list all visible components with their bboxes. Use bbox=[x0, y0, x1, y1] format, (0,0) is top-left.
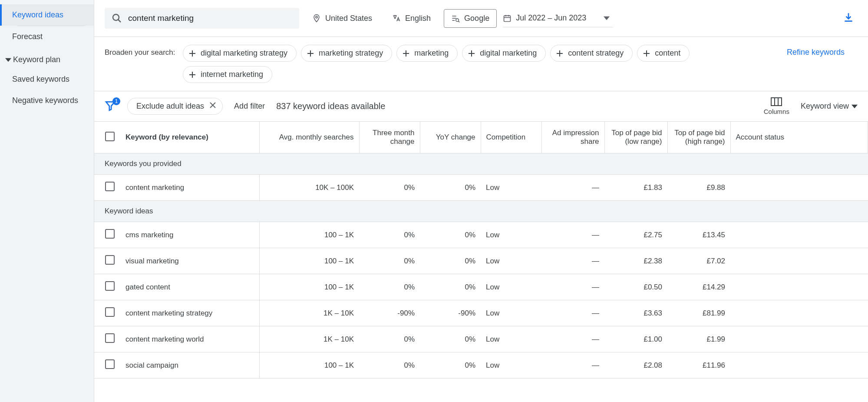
keyword-view-dropdown[interactable]: Keyword view bbox=[801, 102, 858, 111]
cell-competition: Low bbox=[481, 222, 541, 248]
cell-bid-high: £14.29 bbox=[667, 274, 730, 300]
plus-icon bbox=[468, 50, 475, 57]
remove-filter-button[interactable] bbox=[209, 102, 216, 111]
col-yoy[interactable]: YoY change bbox=[420, 122, 481, 153]
close-icon bbox=[209, 102, 216, 109]
cell-yoy: -90% bbox=[420, 300, 481, 326]
caret-down-icon bbox=[604, 15, 610, 21]
cell-account-status bbox=[730, 222, 868, 248]
add-filter-button[interactable]: Add filter bbox=[234, 102, 265, 111]
row-checkbox[interactable] bbox=[105, 281, 115, 291]
col-account-status[interactable]: Account status bbox=[730, 122, 868, 153]
col-three-month[interactable]: Three month change bbox=[359, 122, 420, 153]
broaden-chip[interactable]: marketing bbox=[396, 45, 458, 62]
col-searches[interactable]: Avg. monthly searches bbox=[259, 122, 359, 153]
caret-down-icon bbox=[5, 57, 11, 63]
columns-icon bbox=[771, 97, 782, 106]
chip-label: digital marketing bbox=[480, 49, 537, 58]
download-icon bbox=[843, 12, 854, 23]
cell-searches: 100 – 1K bbox=[259, 222, 359, 248]
section-label: Keywords you provided bbox=[94, 153, 868, 175]
cell-bid-low: £1.00 bbox=[604, 326, 667, 352]
plus-icon bbox=[307, 50, 314, 57]
date-range-button[interactable]: Jul 2022 – Jun 2023 bbox=[503, 9, 613, 27]
table-section-row: Keywords you provided bbox=[94, 153, 868, 175]
network-button[interactable]: Google bbox=[444, 9, 497, 28]
filter-button[interactable]: 1 bbox=[105, 100, 116, 113]
cell-keyword[interactable]: social campaign bbox=[120, 352, 259, 379]
col-keyword[interactable]: Keyword (by relevance) bbox=[120, 122, 259, 153]
row-checkbox[interactable] bbox=[105, 229, 115, 239]
date-range-text: Jul 2022 – Jun 2023 bbox=[516, 13, 586, 23]
sidebar-item-negative-keywords[interactable]: Negative keywords bbox=[0, 90, 94, 111]
cell-yoy: 0% bbox=[420, 326, 481, 352]
keyword-table: Keyword (by relevance) Avg. monthly sear… bbox=[94, 122, 868, 379]
cell-competition: Low bbox=[481, 300, 541, 326]
svg-line-1 bbox=[118, 20, 121, 22]
broaden-chip[interactable]: digital marketing strategy bbox=[183, 45, 297, 62]
col-bid-high[interactable]: Top of page bid (high range) bbox=[667, 122, 730, 153]
broaden-chip[interactable]: content bbox=[637, 45, 690, 62]
cell-bid-high: £81.99 bbox=[667, 300, 730, 326]
cell-keyword[interactable]: visual marketing bbox=[120, 248, 259, 274]
sidebar-plan-header[interactable]: Keyword plan bbox=[0, 47, 94, 69]
language-button[interactable]: English bbox=[385, 10, 438, 27]
columns-button[interactable]: Columns bbox=[764, 97, 789, 115]
cell-bid-high: £7.02 bbox=[667, 248, 730, 274]
chip-label: digital marketing strategy bbox=[201, 49, 287, 58]
cell-bid-low: £2.08 bbox=[604, 352, 667, 379]
row-checkbox[interactable] bbox=[105, 182, 115, 191]
col-competition[interactable]: Competition bbox=[481, 122, 541, 153]
svg-rect-8 bbox=[504, 16, 511, 21]
broaden-chip[interactable]: digital marketing bbox=[462, 45, 546, 62]
table-row: content marketing world1K – 10K0%0%Low—£… bbox=[94, 326, 868, 352]
sidebar-item-forecast[interactable]: Forecast bbox=[0, 26, 94, 47]
cell-ad-share: — bbox=[541, 352, 604, 379]
row-checkbox[interactable] bbox=[105, 255, 115, 265]
col-bid-low[interactable]: Top of page bid (low range) bbox=[604, 122, 667, 153]
row-checkbox[interactable] bbox=[105, 307, 115, 317]
cell-searches: 1K – 10K bbox=[259, 300, 359, 326]
row-checkbox[interactable] bbox=[105, 359, 115, 369]
filter-badge: 1 bbox=[112, 97, 120, 105]
download-button[interactable] bbox=[839, 8, 858, 28]
select-all-checkbox[interactable] bbox=[105, 132, 115, 141]
search-text: content marketing bbox=[128, 13, 194, 23]
cell-searches: 100 – 1K bbox=[259, 248, 359, 274]
search-icon bbox=[112, 13, 122, 23]
cell-three-month: 0% bbox=[359, 248, 420, 274]
search-input[interactable]: content marketing bbox=[105, 8, 299, 29]
plus-icon bbox=[556, 50, 564, 57]
sidebar-item-saved-keywords[interactable]: Saved keywords bbox=[0, 69, 94, 90]
columns-label: Columns bbox=[764, 108, 789, 115]
svg-line-7 bbox=[459, 21, 460, 23]
broaden-chip[interactable]: marketing strategy bbox=[301, 45, 392, 62]
calendar-icon bbox=[503, 14, 512, 23]
cell-keyword[interactable]: content marketing bbox=[120, 175, 259, 201]
cell-account-status bbox=[730, 300, 868, 326]
cell-keyword[interactable]: cms marketing bbox=[120, 222, 259, 248]
cell-keyword[interactable]: content marketing world bbox=[120, 326, 259, 352]
col-ad-share[interactable]: Ad impression share bbox=[541, 122, 604, 153]
cell-three-month: 0% bbox=[359, 274, 420, 300]
cell-keyword[interactable]: content marketing strategy bbox=[120, 300, 259, 326]
chip-label: content strategy bbox=[568, 49, 624, 58]
network-icon bbox=[451, 14, 460, 23]
location-button[interactable]: United States bbox=[305, 10, 379, 27]
cell-account-status bbox=[730, 175, 868, 201]
cell-account-status bbox=[730, 326, 868, 352]
cell-keyword[interactable]: gated content bbox=[120, 274, 259, 300]
cell-competition: Low bbox=[481, 274, 541, 300]
broaden-chip[interactable]: internet marketing bbox=[183, 66, 272, 83]
plan-label: Keyword plan bbox=[13, 55, 60, 64]
svg-point-2 bbox=[316, 16, 317, 18]
table-section-row: Keyword ideas bbox=[94, 201, 868, 222]
refine-keywords-button[interactable]: Refine keywords bbox=[774, 45, 858, 83]
broaden-chip[interactable]: content strategy bbox=[550, 45, 633, 62]
cell-ad-share: — bbox=[541, 274, 604, 300]
sidebar-item-keyword-ideas[interactable]: Keyword ideas bbox=[0, 4, 94, 26]
cell-bid-high: £1.99 bbox=[667, 326, 730, 352]
table-row: social campaign100 – 1K0%0%Low—£2.08£11.… bbox=[94, 352, 868, 379]
cell-ad-share: — bbox=[541, 300, 604, 326]
row-checkbox[interactable] bbox=[105, 333, 115, 343]
